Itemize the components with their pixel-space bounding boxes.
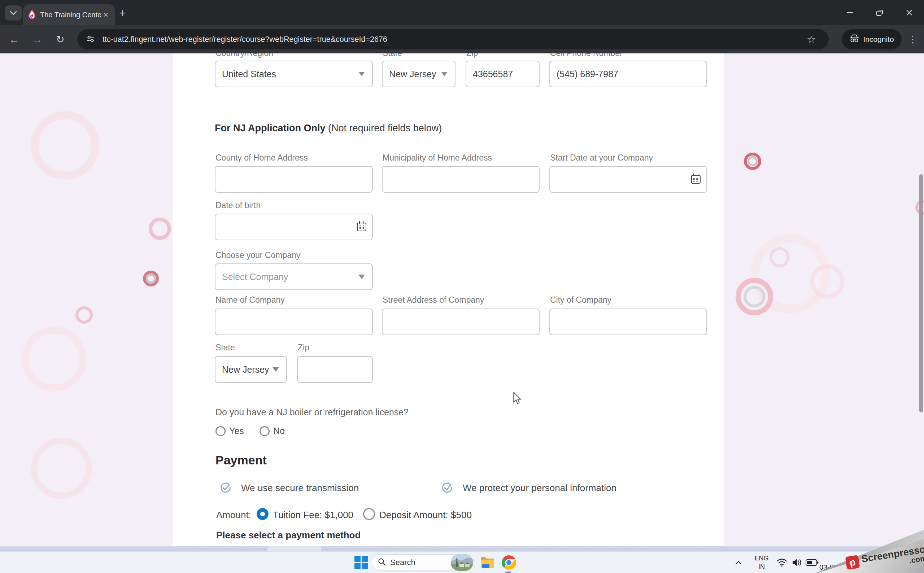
- incognito-label: Incognito: [863, 35, 894, 44]
- web-page: Country/Region State Zip Cell Phone Numb…: [0, 53, 924, 551]
- favicon: [28, 9, 36, 20]
- chrome-icon[interactable]: [500, 552, 518, 573]
- company-street-field-wrap: [382, 308, 540, 335]
- dob-label: Date of birth: [216, 200, 261, 210]
- payment-heading: Payment: [216, 453, 267, 467]
- nj-section-heading: For NJ Application Only (Not required fi…: [215, 123, 442, 134]
- site-settings-icon[interactable]: [87, 35, 95, 44]
- tray-chevron-icon[interactable]: [732, 552, 745, 573]
- choose-company-label: Choose your Company: [216, 250, 300, 260]
- nj-heading-main: For NJ Application Only: [215, 123, 326, 133]
- chevron-down-icon: [359, 72, 365, 76]
- deposit-option-label: Deposit Amount: $500: [379, 509, 472, 521]
- phone-field-wrap: [549, 61, 707, 87]
- forward-button[interactable]: →: [27, 25, 47, 53]
- deposit-radio[interactable]: [363, 508, 375, 520]
- radio-yes-label: Yes: [229, 426, 244, 436]
- search-placeholder: Search: [390, 558, 415, 567]
- decor-ring: [810, 264, 844, 299]
- back-button[interactable]: ←: [4, 25, 24, 53]
- tuition-option-label: Tuition Fee: $1,000: [273, 509, 353, 521]
- decor-ring: [744, 286, 765, 307]
- decor-ring: [146, 274, 156, 283]
- municipality-input[interactable]: [382, 166, 540, 193]
- company-street-input[interactable]: [382, 308, 540, 335]
- dob-input[interactable]: [215, 214, 373, 240]
- scrollbar-thumb[interactable]: [919, 174, 923, 412]
- company-state-label: State: [216, 343, 235, 352]
- county-field-wrap: [215, 166, 373, 193]
- date[interactable]: 03-09-20: [819, 563, 863, 571]
- country-value: United States: [222, 69, 276, 79]
- company-zip-input[interactable]: [297, 356, 373, 383]
- company-select-value: Select Company: [222, 272, 288, 282]
- start-date-input[interactable]: [549, 166, 707, 193]
- county-label: County of Home Address: [216, 153, 308, 163]
- incognito-badge: Incognito: [842, 29, 902, 49]
- calendar-icon[interactable]: [356, 221, 367, 233]
- clock[interactable]: 09:49: [841, 554, 870, 562]
- decor-ring: [31, 438, 92, 499]
- browser-tab[interactable]: The Training Center ×: [23, 4, 115, 25]
- window-restore-button[interactable]: [865, 0, 894, 25]
- secure-check-icon: [219, 482, 232, 496]
- municipality-field-wrap: [382, 166, 540, 193]
- file-explorer-icon[interactable]: [479, 552, 495, 573]
- company-select[interactable]: Select Company: [215, 263, 373, 290]
- start-date-field-wrap: [549, 166, 707, 193]
- state-select[interactable]: New Jersey: [382, 61, 456, 87]
- battery-icon[interactable]: [804, 552, 820, 573]
- company-street-label: Street Address of Company: [382, 295, 484, 305]
- secure-check-icon: [441, 482, 453, 496]
- url-text[interactable]: ttc-uat2.fingent.net/web-register/regist…: [102, 35, 387, 44]
- search-highlight-image[interactable]: [451, 554, 473, 571]
- decor-ring: [31, 111, 99, 180]
- language-indicator[interactable]: ENG IN: [752, 554, 772, 571]
- tab-search-button[interactable]: [5, 5, 22, 20]
- radio-no-icon[interactable]: [260, 426, 269, 436]
- url-bar[interactable]: ttc-uat2.fingent.net/web-register/regist…: [77, 29, 829, 49]
- company-zip-label: Zip: [298, 343, 309, 352]
- volume-icon[interactable]: [790, 552, 804, 573]
- window-close-button[interactable]: [894, 0, 924, 25]
- license-question: Do you have a NJ boiler or refrigeration…: [216, 407, 409, 418]
- window-minimize-button[interactable]: [835, 0, 865, 25]
- decor-ring: [149, 218, 171, 240]
- chevron-down-icon: [359, 275, 365, 279]
- country-select[interactable]: United States: [215, 61, 373, 87]
- search-icon: [378, 558, 386, 567]
- browser-tabstrip: The Training Center × +: [0, 0, 924, 25]
- language-line2: IN: [752, 562, 772, 571]
- taskbar-search[interactable]: Search: [372, 554, 475, 571]
- reload-button[interactable]: ↻: [50, 25, 70, 53]
- state-label: State: [382, 53, 402, 58]
- wifi-icon[interactable]: [775, 552, 789, 573]
- radio-yes-icon[interactable]: [216, 426, 226, 436]
- license-yes-option[interactable]: Yes: [216, 426, 244, 436]
- company-state-select[interactable]: New Jersey: [215, 356, 287, 383]
- new-tab-button[interactable]: +: [119, 7, 126, 19]
- decor-ring: [22, 327, 87, 391]
- tab-close-icon[interactable]: ×: [102, 10, 110, 20]
- company-city-label: City of Company: [550, 295, 611, 305]
- browser-menu-icon[interactable]: ⋮: [908, 34, 918, 45]
- company-name-input[interactable]: [215, 308, 373, 335]
- language-line1: ENG: [752, 554, 772, 562]
- radio-no-label: No: [273, 426, 285, 436]
- phone-input[interactable]: [549, 61, 707, 87]
- country-label: Country/Region: [216, 53, 273, 58]
- bookmark-star-icon[interactable]: ☆: [807, 34, 816, 45]
- company-city-input[interactable]: [549, 308, 707, 335]
- decor-ring: [769, 247, 790, 268]
- municipality-label: Municipality of Home Address: [382, 153, 492, 163]
- company-city-field-wrap: [549, 308, 707, 335]
- start-button[interactable]: [354, 556, 368, 569]
- amount-label: Amount:: [216, 509, 251, 521]
- tuition-radio-selected[interactable]: [257, 508, 269, 520]
- company-name-label: Name of Company: [216, 295, 285, 305]
- calendar-icon[interactable]: [691, 173, 701, 186]
- county-input[interactable]: [215, 166, 373, 193]
- license-no-option[interactable]: No: [260, 426, 285, 436]
- zip-input[interactable]: [466, 61, 540, 87]
- zip-field-wrap: [466, 61, 540, 87]
